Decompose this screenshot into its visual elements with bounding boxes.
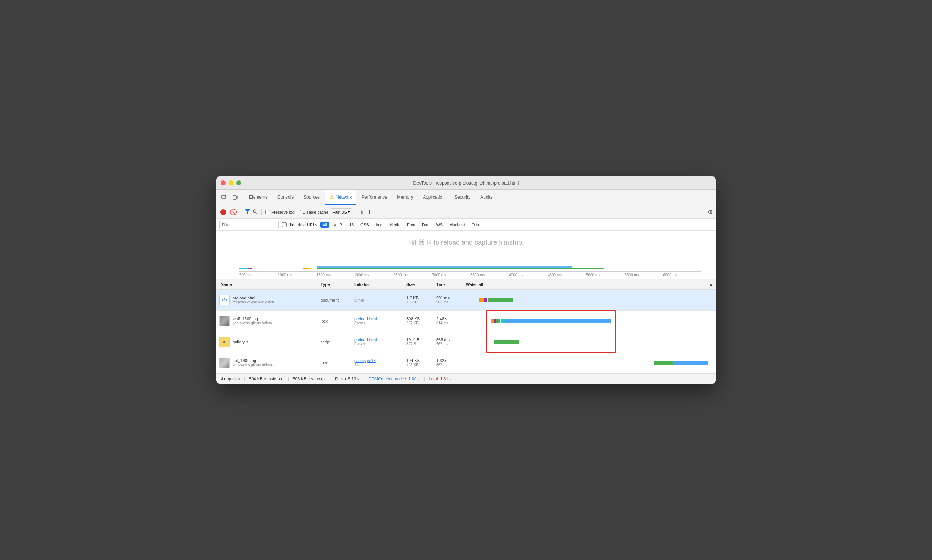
svg-rect-2 [233, 196, 236, 200]
clear-button[interactable]: 🚫 [230, 208, 237, 215]
filter-tag-font[interactable]: Font [405, 222, 418, 228]
row-time: 1.62 s 567 ms [436, 352, 466, 373]
table-row[interactable]: wolf_1600.jpg yoavweiss.github.io/ima...… [216, 311, 716, 331]
initiator-link[interactable]: preload.html [354, 337, 406, 342]
row-type: jpeg [321, 352, 354, 373]
download-icon[interactable]: ⬇ [367, 209, 372, 215]
row-name-cell: JS gallery.js [216, 331, 321, 352]
row-name-info: wolf_1600.jpg yoavweiss.github.io/ima... [233, 317, 275, 325]
wf-bar-purple2 [494, 319, 496, 323]
filter-icon[interactable] [245, 209, 250, 215]
filter-tag-media[interactable]: Media [387, 222, 403, 228]
row-filename: preload.html [233, 295, 277, 300]
throttle-select[interactable]: Fast 3G ▾ [331, 208, 352, 215]
titlebar: DevTools - responsive-preload.glitch.me/… [216, 176, 716, 190]
tab-memory[interactable]: Memory [392, 190, 418, 205]
file-icon-img [219, 316, 230, 326]
wf-bar-green [488, 298, 513, 302]
row-initiator: preload.html Parser [354, 311, 406, 331]
disable-cache-checkbox[interactable]: Disable cache [297, 210, 328, 214]
filter-tag-doc[interactable]: Doc [420, 222, 432, 228]
filter-bar: Hide data URLs All XHR JS CSS Img Media … [216, 219, 716, 231]
more-tabs-button[interactable]: ⋮ [703, 193, 713, 202]
filter-tag-css[interactable]: CSS [358, 222, 371, 228]
filter-tag-js[interactable]: JS [347, 222, 356, 228]
table-header: Name Type Initiator Size Time Waterfall … [216, 279, 716, 290]
tab-console[interactable]: Console [273, 190, 298, 205]
row-vline [518, 290, 519, 312]
wf-bar-blue4 [673, 361, 708, 365]
waterfall-bars [466, 297, 716, 303]
table-row[interactable]: cat_1600.jpg yoavweiss.github.io/ima... … [216, 352, 716, 373]
row-size: 1014 B 827 B [406, 331, 436, 352]
toolbar-divider3 [356, 209, 356, 215]
tab-application[interactable]: Application [418, 190, 449, 205]
inspect-icon[interactable] [219, 193, 229, 202]
filter-tag-all[interactable]: All [320, 222, 329, 228]
row-waterfall [466, 311, 716, 331]
filter-input[interactable] [219, 221, 279, 229]
row-vline4 [518, 351, 519, 373]
tab-performance[interactable]: Performance [357, 190, 392, 205]
col-header-initiator: Initiator [354, 282, 406, 287]
filter-tags: All XHR JS CSS Img Media Font Doc WS Man… [320, 222, 484, 228]
status-dom-loaded: DOMContentLoaded: 1.60 s [364, 377, 424, 381]
tab-security[interactable]: Security [450, 190, 475, 205]
col-header-size: Size [406, 282, 436, 287]
preserve-log-checkbox[interactable]: Preserve log [265, 210, 295, 214]
hide-data-urls-checkbox[interactable]: Hide data URLs [282, 222, 317, 227]
row-time: 566 ms 565 ms [436, 331, 466, 352]
table-row[interactable]: </> preload.html responsive-preload.glit… [216, 290, 716, 311]
status-load: Load: 1.61 s [424, 377, 456, 381]
search-icon[interactable] [252, 209, 258, 215]
tab-sources[interactable]: Sources [299, 190, 325, 205]
row-name-info: cat_1600.jpg yoavweiss.github.io/ima... [233, 358, 275, 367]
network-toolbar: 🚫 Preserve log Disable cache [216, 205, 716, 219]
row-waterfall [466, 331, 716, 352]
initiator-link[interactable]: gallery.js:18 [354, 358, 406, 363]
tabs-right: ⋮ [703, 193, 713, 202]
tab-network[interactable]: ⚠ Network [325, 190, 357, 205]
table-row[interactable]: JS gallery.js script preload.html Parser… [216, 331, 716, 352]
filter-tag-ws[interactable]: WS [434, 222, 445, 228]
row-size: 308 KB 307 KB [406, 311, 436, 331]
minimize-button[interactable] [229, 180, 233, 185]
row-initiator: gallery.js:18 Script [354, 352, 406, 373]
toolbar-divider [241, 209, 241, 215]
initiator-sub: Parser [354, 321, 406, 325]
filter-tag-manifest[interactable]: Manifest [447, 222, 467, 228]
filmstrip-hint: Hit ⌘ R to reload and capture filmstrip. [216, 238, 716, 246]
row-url: yoavweiss.github.io/ima... [233, 321, 275, 325]
maximize-button[interactable] [236, 180, 241, 185]
col-header-type: Type [321, 282, 354, 287]
row-size: 194 KB 193 KB [406, 352, 436, 373]
wf-bar-orange2 [491, 319, 494, 323]
timeline-bars [238, 266, 701, 271]
tab-elements[interactable]: Elements [245, 190, 272, 205]
row-type: script [321, 331, 354, 352]
waterfall-bars [466, 360, 716, 366]
waterfall-sort-icon[interactable]: ▲ [709, 282, 713, 286]
initiator-sub: Script [354, 363, 406, 367]
time-mark-2000: 2000 ms [354, 272, 392, 277]
wf-bar-blue2 [506, 319, 611, 323]
close-button[interactable] [221, 180, 226, 185]
device-toolbar-icon[interactable] [231, 193, 240, 202]
row-url: yoavweiss.github.io/ima... [233, 363, 275, 367]
wf-bar-orange [479, 298, 483, 302]
col-header-time: Time [436, 282, 466, 287]
settings-button[interactable]: ⚙ [707, 208, 713, 215]
filter-tag-xhr[interactable]: XHR [331, 222, 345, 228]
record-button[interactable] [219, 208, 228, 216]
initiator-sub: Parser [354, 342, 406, 346]
tabs-list: Elements Console Sources ⚠ Network Perfo… [245, 190, 497, 205]
row-name-cell: wolf_1600.jpg yoavweiss.github.io/ima... [216, 311, 321, 331]
row-type: jpeg [321, 311, 354, 331]
wf-bar-green2 [496, 319, 500, 323]
window-title: DevTools - responsive-preload.glitch.me/… [414, 180, 519, 186]
upload-icon[interactable]: ⬆ [360, 209, 364, 215]
initiator-link[interactable]: preload.html [354, 317, 406, 321]
tab-audits[interactable]: Audits [476, 190, 497, 205]
filter-tag-other[interactable]: Other [469, 222, 484, 228]
filter-tag-img[interactable]: Img [374, 222, 385, 228]
